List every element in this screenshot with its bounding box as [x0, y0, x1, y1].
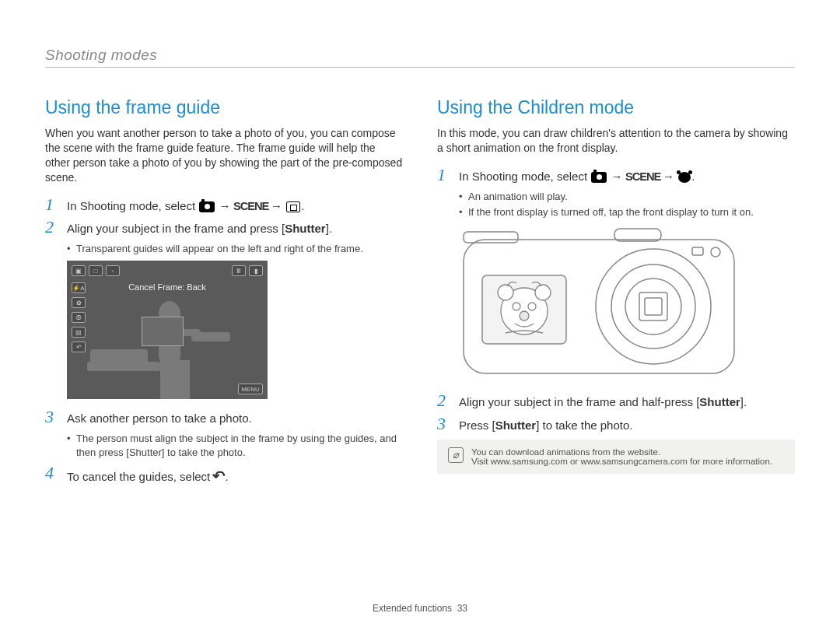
info-note: ⌀ You can download animations from the w… [437, 440, 795, 474]
footer-page: 33 [457, 603, 467, 614]
note-icon: ⌀ [448, 447, 464, 463]
camera-icon [199, 201, 215, 212]
note-line-2: Visit www.samsung.com or www.samsungcame… [471, 457, 772, 466]
lcd-back-icon: ↶ [72, 342, 86, 352]
shutter-label: Shutter [285, 222, 326, 235]
left-step-1: 1 In Shooting mode, select → SCENE → . [45, 196, 403, 215]
step-number: 3 [45, 408, 59, 427]
text: Align your subject in the frame and half… [459, 395, 699, 408]
scene-icon: SCENE [625, 169, 660, 184]
left-column: Using the frame guide When you want anot… [45, 97, 403, 491]
left-step-3: 3 Ask another person to take a photo. [45, 408, 403, 427]
footer-label: Extended functions [373, 603, 452, 614]
shutter-label: Shutter [129, 447, 162, 458]
scene-icon: SCENE [233, 198, 268, 214]
lcd-left-icons: ⚡A ✿ ⦿ ▤ ↶ [72, 282, 86, 394]
step-number: 1 [45, 196, 59, 215]
children-mode-icon [678, 172, 691, 183]
step-body: Press [Shutter] to take the photo. [459, 415, 795, 434]
text: In Shooting mode, select [459, 170, 590, 183]
arrow: → [219, 199, 230, 212]
arrow: → [611, 170, 622, 183]
section-heading: Shooting modes [45, 47, 795, 68]
right-step-1-sub: An animation will play. If the front dis… [437, 190, 795, 219]
step-number: 4 [45, 464, 59, 486]
text: ]. [740, 395, 747, 408]
right-title: Using the Children mode [437, 97, 795, 118]
left-step-4: 4 To cancel the guides, select ↶. [45, 464, 403, 486]
svg-point-25 [520, 311, 529, 321]
step-number: 1 [437, 166, 451, 185]
svg-point-14 [625, 278, 681, 335]
arrow: → [663, 170, 674, 183]
step-number: 2 [45, 219, 59, 237]
camera-illustration [459, 226, 739, 381]
step-number: 3 [437, 415, 451, 434]
svg-point-22 [535, 285, 551, 300]
svg-point-12 [596, 249, 711, 364]
lcd-quality-icon: ▫ [106, 265, 120, 276]
sub-item: An animation will play. [459, 190, 795, 204]
lcd-battery-icon: ▮ [249, 265, 263, 276]
lcd-top-bar: ▣ □ ▫ Ⅲ ▮ [72, 264, 263, 278]
text: . [301, 199, 304, 212]
svg-rect-18 [692, 247, 703, 255]
left-step-2: 2 Align your subject in the frame and pr… [45, 219, 403, 237]
lcd-counter-icon: Ⅲ [232, 265, 246, 276]
lcd-cancel-label: Cancel Frame: Back [67, 282, 268, 292]
svg-rect-5 [87, 362, 160, 371]
sub-item: The person must align the subject in the… [67, 432, 403, 460]
svg-rect-7 [177, 360, 190, 399]
text: Press [ [459, 419, 495, 432]
left-intro: When you want another person to take a p… [45, 126, 403, 185]
svg-point-21 [498, 285, 513, 300]
shutter-label: Shutter [495, 419, 537, 432]
text: In Shooting mode, select [67, 199, 198, 212]
left-step-2-sub: Transparent guides will appear on the le… [45, 242, 403, 256]
sub-item: Transparent guides will appear on the le… [67, 242, 403, 256]
lcd-display-icon: ▤ [72, 327, 86, 338]
menu-label: MENU [238, 384, 263, 394]
right-column: Using the Children mode In this mode, yo… [437, 97, 795, 491]
camera-icon [591, 172, 607, 183]
lcd-macro-icon: ✿ [72, 297, 86, 308]
step-body: In Shooting mode, select → SCENE → . [67, 196, 403, 215]
content-columns: Using the frame guide When you want anot… [45, 97, 795, 491]
lcd-focus-box [142, 317, 184, 346]
lcd-preview-figure: ▣ □ ▫ Ⅲ ▮ Cancel Frame: Back ⚡A ✿ ⦿ ▤ ↶ … [67, 261, 268, 399]
lcd-flash-icon: ⚡A [72, 282, 86, 293]
right-step-3: 3 Press [Shutter] to take the photo. [437, 415, 795, 434]
svg-rect-15 [639, 292, 667, 321]
svg-rect-16 [645, 298, 662, 315]
frame-guide-icon [286, 201, 300, 212]
svg-point-17 [711, 247, 720, 257]
note-text: You can download animations from the web… [471, 447, 772, 466]
svg-rect-4 [90, 349, 148, 363]
right-intro: In this mode, you can draw children's at… [437, 126, 795, 156]
left-title: Using the frame guide [45, 97, 403, 118]
text: ] to take the photo. [162, 447, 246, 458]
lcd-menu-button: MENU [238, 384, 263, 394]
svg-rect-8 [191, 332, 230, 342]
right-step-2: 2 Align your subject in the frame and ha… [437, 392, 795, 411]
step-body: In Shooting mode, select → SCENE → . [459, 166, 795, 185]
text: ] to take the photo. [536, 419, 632, 432]
text: . [225, 470, 228, 483]
svg-point-13 [611, 264, 695, 349]
note-line-1: You can download animations from the web… [471, 447, 772, 457]
arrow: → [271, 199, 282, 212]
text: ]. [326, 222, 332, 235]
text: To cancel the guides, select [67, 470, 213, 483]
right-step-1: 1 In Shooting mode, select → SCENE → . [437, 166, 795, 185]
step-body: Align your subject in the frame and pres… [67, 219, 403, 237]
lcd-mode-icon: ▣ [72, 265, 86, 276]
page-footer: Extended functions 33 [0, 603, 840, 614]
step-number: 2 [437, 392, 451, 411]
text: Align your subject in the frame and pres… [67, 222, 285, 235]
svg-rect-6 [160, 360, 177, 399]
back-icon: ↶ [213, 466, 226, 486]
step-body: Align your subject in the frame and half… [459, 392, 795, 411]
lcd-size-icon: □ [89, 265, 103, 276]
lcd-face-icon: ⦿ [72, 312, 86, 323]
sub-item: If the front display is turned off, tap … [459, 205, 795, 219]
